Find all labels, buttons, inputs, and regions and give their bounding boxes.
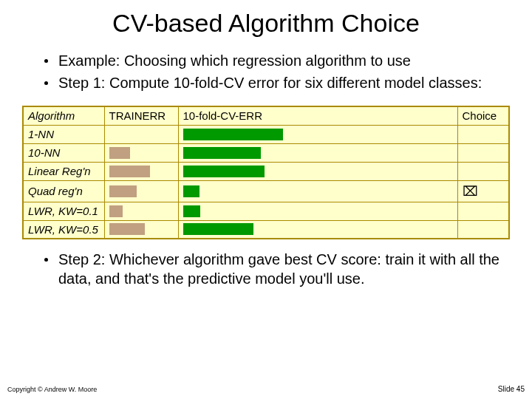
cell-algorithm: 10-NN — [23, 143, 104, 162]
bullet-text: Step 2: Whichever algorithm gave best CV… — [58, 250, 510, 288]
cell-algorithm: Linear Reg'n — [23, 162, 104, 180]
trainerr-bar — [109, 223, 145, 235]
slide-title: CV-based Algorithm Choice — [0, 0, 532, 45]
trainerr-bar — [109, 205, 123, 217]
step2-block: Step 2: Whichever algorithm gave best CV… — [0, 239, 532, 288]
cv-error-table: Algorithm TRAINERR 10-fold-CV-ERR Choice… — [22, 106, 510, 239]
cell-cv-err — [178, 162, 457, 180]
cell-cv-err — [178, 180, 457, 202]
bullet-item: Step 1: Compute 10-fold-CV error for six… — [44, 73, 510, 92]
cell-trainerr — [104, 180, 178, 202]
cell-algorithm: 1-NN — [23, 125, 104, 143]
bullet-text: Step 1: Compute 10-fold-CV error for six… — [58, 73, 482, 92]
bullet-text: Example: Choosing which regression algor… — [58, 51, 411, 70]
cell-choice — [457, 162, 509, 180]
cverr-bar — [183, 205, 200, 217]
cell-choice — [457, 143, 509, 162]
bullet-dot-icon — [44, 81, 48, 85]
header-trainerr: TRAINERR — [104, 106, 178, 125]
bullet-dot-icon — [44, 59, 48, 63]
table-row: LWR, KW=0.5 — [23, 220, 509, 239]
table-header-row: Algorithm TRAINERR 10-fold-CV-ERR Choice — [23, 106, 509, 125]
cell-choice — [457, 220, 509, 239]
header-algorithm: Algorithm — [23, 106, 104, 125]
header-cv-err: 10-fold-CV-ERR — [178, 106, 457, 125]
trainerr-bar — [109, 166, 150, 177]
cell-choice: ⌧ — [457, 180, 509, 202]
cell-algorithm: Quad reg'n — [23, 180, 104, 202]
cell-trainerr — [104, 125, 178, 143]
cverr-bar — [183, 223, 253, 235]
cverr-bar — [183, 147, 261, 159]
cverr-bar — [183, 185, 200, 197]
slide-number: Slide 45 — [498, 385, 525, 393]
header-choice: Choice — [457, 106, 509, 125]
bullet-dot-icon — [44, 258, 48, 262]
bullet-list: Example: Choosing which regression algor… — [0, 45, 532, 92]
cell-cv-err — [178, 125, 457, 143]
bullet-item: Step 2: Whichever algorithm gave best CV… — [44, 250, 510, 288]
cell-cv-err — [178, 202, 457, 220]
cell-trainerr — [104, 202, 178, 220]
table-row: LWR, KW=0.1 — [23, 202, 509, 220]
bullet-item: Example: Choosing which regression algor… — [44, 51, 510, 70]
table-row: Linear Reg'n — [23, 162, 509, 180]
cverr-bar — [183, 129, 283, 140]
trainerr-bar — [109, 185, 137, 197]
cell-trainerr — [104, 162, 178, 180]
cverr-bar — [183, 166, 265, 177]
table-row: 1-NN — [23, 125, 509, 143]
cell-algorithm: LWR, KW=0.1 — [23, 202, 104, 220]
copyright-text: Copyright © Andrew W. Moore — [7, 386, 97, 393]
trainerr-bar — [109, 147, 130, 159]
cell-choice — [457, 202, 509, 220]
cell-choice — [457, 125, 509, 143]
cell-algorithm: LWR, KW=0.5 — [23, 220, 104, 239]
cell-cv-err — [178, 143, 457, 162]
table-row: 10-NN — [23, 143, 509, 162]
cell-trainerr — [104, 220, 178, 239]
cell-cv-err — [178, 220, 457, 239]
table-row: Quad reg'n ⌧ — [23, 180, 509, 202]
cell-trainerr — [104, 143, 178, 162]
